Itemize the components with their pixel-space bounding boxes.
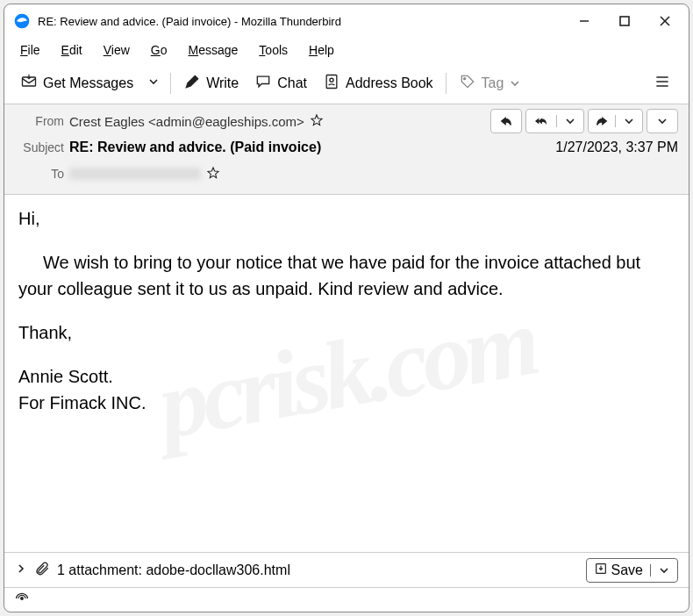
toolbar: Get Messages Write Chat Address Book Tag xyxy=(4,62,689,104)
save-icon xyxy=(594,562,608,579)
svg-point-13 xyxy=(21,597,24,599)
svg-point-7 xyxy=(330,78,333,82)
save-dropdown[interactable] xyxy=(650,564,677,577)
body-greeting: Hi, xyxy=(18,205,675,232)
forward-button[interactable] xyxy=(588,109,643,133)
app-menu-button[interactable] xyxy=(645,69,680,97)
body-sig-company: For Fimack INC. xyxy=(18,390,675,416)
separator xyxy=(446,73,447,94)
reply-button[interactable] xyxy=(490,109,522,133)
tag-icon xyxy=(459,73,476,94)
chevron-down-icon xyxy=(509,77,521,90)
menu-message[interactable]: Message xyxy=(180,41,247,59)
body-thank: Thank, xyxy=(18,319,675,346)
star-contact-icon[interactable] xyxy=(310,113,324,130)
from-label: From xyxy=(15,114,64,128)
close-button[interactable] xyxy=(645,4,685,38)
app-window: RE: Review and advice. (Paid invoice) - … xyxy=(4,4,689,612)
menu-help[interactable]: Help xyxy=(300,41,343,59)
attachment-summary[interactable]: 1 attachment: adobe-docllaw306.html xyxy=(57,562,290,578)
activity-icon[interactable] xyxy=(13,591,31,609)
to-label: To xyxy=(15,167,64,181)
get-messages-button[interactable]: Get Messages xyxy=(13,69,140,97)
reply-toolbar xyxy=(490,109,678,133)
pencil-icon xyxy=(183,73,201,94)
svg-point-8 xyxy=(463,77,465,79)
write-label: Write xyxy=(206,75,239,91)
menu-file[interactable]: File xyxy=(11,41,49,59)
paperclip-icon xyxy=(34,561,50,580)
chat-icon xyxy=(254,73,272,94)
message-body: pcrisk.com Hi, We wish to bring to your … xyxy=(4,195,689,552)
separator xyxy=(170,73,171,94)
forward-dropdown[interactable] xyxy=(615,115,642,127)
svg-rect-2 xyxy=(620,17,629,25)
message-headers: From Crest Eagles <admin@eagleships.com>… xyxy=(4,104,689,195)
save-label: Save xyxy=(611,562,643,578)
message-date: 1/27/2023, 3:37 PM xyxy=(555,140,678,155)
titlebar: RE: Review and advice. (Paid invoice) - … xyxy=(4,4,689,38)
write-button[interactable]: Write xyxy=(176,69,246,97)
menu-go[interactable]: Go xyxy=(142,41,176,59)
get-messages-label: Get Messages xyxy=(43,75,133,91)
thunderbird-icon xyxy=(13,12,31,30)
more-actions-button[interactable] xyxy=(647,109,678,133)
address-book-icon xyxy=(323,73,340,94)
save-attachment-button[interactable]: Save xyxy=(586,558,678,583)
status-bar xyxy=(4,587,689,612)
from-value[interactable]: Crest Eagles <admin@eagleships.com> xyxy=(69,114,304,129)
address-book-button[interactable]: Address Book xyxy=(316,69,440,97)
star-recipient-icon[interactable] xyxy=(206,166,220,183)
download-icon xyxy=(20,73,38,94)
attachment-bar: 1 attachment: adobe-docllaw306.html Save xyxy=(4,552,689,587)
chat-button[interactable]: Chat xyxy=(247,69,314,97)
menu-tools[interactable]: Tools xyxy=(250,41,296,59)
maximize-button[interactable] xyxy=(604,4,645,38)
menubar: File Edit View Go Message Tools Help xyxy=(4,38,689,62)
menu-edit[interactable]: Edit xyxy=(53,41,91,59)
get-messages-dropdown[interactable] xyxy=(142,72,165,95)
window-title: RE: Review and advice. (Paid invoice) - … xyxy=(38,15,341,28)
subject-label: Subject xyxy=(15,140,64,154)
reply-all-button[interactable] xyxy=(525,109,584,133)
tag-button[interactable]: Tag xyxy=(452,69,529,97)
minimize-button[interactable] xyxy=(564,4,604,38)
chat-label: Chat xyxy=(277,75,307,91)
to-value-redacted xyxy=(69,168,201,180)
address-book-label: Address Book xyxy=(346,75,433,91)
body-sig-name: Annie Scott. xyxy=(18,363,675,390)
reply-all-dropdown[interactable] xyxy=(556,115,583,127)
expand-attachments-icon[interactable] xyxy=(15,562,27,578)
subject-value: RE: Review and advice. (Paid invoice) xyxy=(69,140,321,155)
menu-view[interactable]: View xyxy=(95,41,139,59)
tag-label: Tag xyxy=(482,75,504,91)
body-paragraph: We wish to bring to your notice that we … xyxy=(18,249,675,302)
